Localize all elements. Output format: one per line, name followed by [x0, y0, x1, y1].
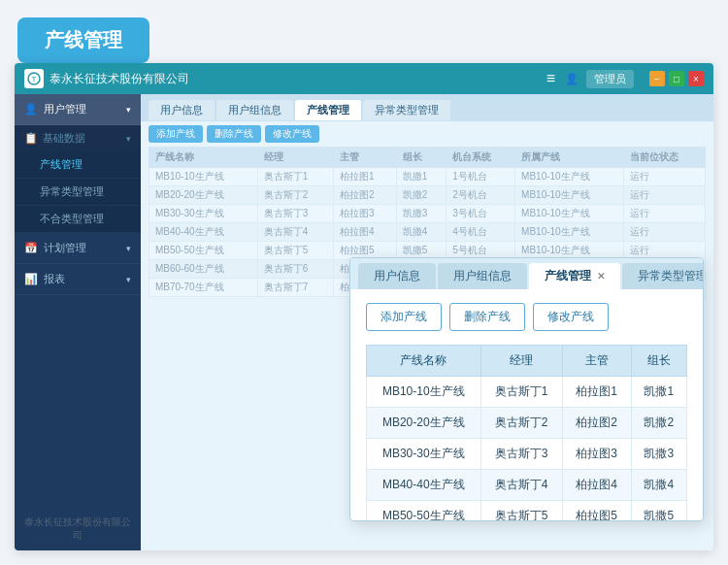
table-cell: MB20-20生产线: [367, 408, 481, 439]
table-cell: 柏拉图1: [333, 168, 396, 186]
sidebar-label-user-management: 用户管理: [44, 102, 86, 116]
svg-text:T: T: [32, 75, 37, 83]
add-line-button[interactable]: 添加产线: [366, 303, 442, 331]
modal-tab-user-info[interactable]: 用户信息: [358, 263, 436, 289]
col-manager: 经理: [480, 346, 562, 377]
table-cell: 柏拉图1: [562, 377, 631, 408]
table-cell: 奥古斯丁5: [480, 501, 562, 521]
page-title: 产线管理: [17, 17, 149, 63]
minimize-button[interactable]: −: [649, 71, 665, 86]
tab-user-info[interactable]: 用户信息: [149, 100, 215, 120]
user-icon: 👤: [24, 103, 38, 116]
table-cell: 3号机台: [447, 205, 515, 223]
table-cell: MB20-20生产线: [149, 186, 258, 205]
table-cell: 凯撒1: [396, 168, 447, 186]
table-cell: 奥古斯丁2: [480, 408, 562, 439]
table-row[interactable]: MB10-10生产线奥古斯丁1柏拉图1凯撒11号机台MB10-10生产线运行: [149, 168, 706, 186]
content-area: 👤 用户管理 📋 基础数据 ▾ 产线管理 异常类型管理 不合类型管理 📅 计划管…: [15, 94, 713, 550]
table-cell: 凯撒2: [631, 408, 687, 439]
delete-line-button[interactable]: 删除产线: [449, 303, 525, 331]
table-cell: 奥古斯丁4: [257, 223, 333, 242]
table-row[interactable]: MB50-50生产线奥古斯丁5柏拉图5凯撒5: [367, 501, 687, 521]
sidebar-item-user-management[interactable]: 👤 用户管理: [15, 94, 141, 125]
table-cell: 奥古斯丁1: [257, 168, 333, 186]
collapse-icon: ▾: [126, 134, 131, 144]
table-row[interactable]: MB20-20生产线奥古斯丁2柏拉图2凯撒22号机台MB10-10生产线运行: [149, 186, 706, 205]
sidebar-footer: 泰永长征技术股份有限公司: [15, 508, 141, 550]
table-cell: MB50-50生产线: [367, 501, 481, 521]
sidebar-label-basic-data: 基础数据: [43, 131, 85, 146]
sidebar-item-exception-type[interactable]: 异常类型管理: [15, 179, 141, 206]
sidebar-item-plan-management[interactable]: 📅 计划管理: [15, 233, 141, 264]
sidebar-section-basic-data[interactable]: 📋 基础数据 ▾: [15, 125, 141, 151]
table-cell: MB70-70生产线: [149, 279, 258, 297]
bg-col-status: 当前位状态: [623, 148, 705, 168]
modal-tab-exception-type[interactable]: 异常类型管理: [622, 263, 704, 289]
admin-label[interactable]: 管理员: [586, 70, 634, 88]
table-cell: 运行: [623, 186, 705, 205]
table-row[interactable]: MB30-30生产线奥古斯丁3柏拉图3凯撒3: [367, 439, 687, 470]
table-row[interactable]: MB40-40生产线奥古斯丁4柏拉图4凯撒4: [367, 470, 687, 501]
table-cell: 凯撒3: [631, 439, 687, 470]
table-cell: MB10-10生产线: [367, 377, 481, 408]
maximize-button[interactable]: □: [669, 71, 684, 86]
bg-delete-line-button[interactable]: 删除产线: [207, 125, 261, 143]
table-cell: MB10-10生产线: [515, 223, 624, 242]
table-row[interactable]: MB20-20生产线奥古斯丁2柏拉图2凯撒2: [367, 408, 687, 439]
table-cell: 柏拉图5: [562, 501, 631, 521]
bg-col-manager: 经理: [257, 148, 333, 168]
bg-add-line-button[interactable]: 添加产线: [149, 125, 203, 143]
company-logo: T: [24, 69, 44, 88]
table-row[interactable]: MB30-30生产线奥古斯丁3柏拉图3凯撒33号机台MB10-10生产线运行: [149, 205, 706, 223]
modal-content: 添加产线 删除产线 修改产线 产线名称 经理 主管 组长: [350, 289, 703, 520]
table-cell: MB10-10生产线: [515, 186, 624, 205]
table-cell: 柏拉图2: [333, 186, 396, 205]
modal-tab-user-group-info[interactable]: 用户组信息: [438, 263, 527, 289]
col-line-name: 产线名称: [367, 346, 481, 377]
app-window: T 泰永长征技术股份有限公司 ≡ 👤 管理员 − □ × 👤 用户管理 📋 基础…: [15, 63, 713, 550]
report-icon: 📊: [24, 273, 38, 286]
close-button[interactable]: ×: [688, 71, 704, 86]
table-cell: 奥古斯丁6: [257, 260, 333, 279]
table-cell: 奥古斯丁3: [257, 205, 333, 223]
table-cell: 凯撒1: [631, 377, 687, 408]
modal-tab-production-line[interactable]: 产线管理 ✕: [529, 263, 620, 289]
tab-user-group-info[interactable]: 用户组信息: [216, 100, 293, 120]
modal-tab-close-icon[interactable]: ✕: [597, 271, 605, 282]
page-title-area: 产线管理: [17, 17, 149, 63]
table-cell: 奥古斯丁4: [480, 470, 562, 501]
table-cell: MB30-30生产线: [149, 205, 258, 223]
title-bar-right: 👤 管理员 − □ ×: [565, 70, 704, 88]
table-cell: 运行: [623, 168, 705, 186]
table-cell: 凯撒4: [396, 223, 447, 242]
table-cell: 柏拉图3: [333, 205, 396, 223]
table-cell: MB60-60生产线: [149, 260, 258, 279]
hamburger-icon[interactable]: ≡: [546, 70, 555, 87]
admin-icon: 👤: [565, 73, 579, 85]
bg-action-buttons: 添加产线 删除产线 修改产线: [149, 125, 706, 143]
edit-line-button[interactable]: 修改产线: [533, 303, 609, 331]
table-cell: 凯撒4: [631, 470, 687, 501]
tab-production-line[interactable]: 产线管理: [295, 100, 361, 120]
table-cell: 1号机台: [447, 168, 515, 186]
window-controls: − □ ×: [649, 71, 704, 86]
table-cell: MB40-40生产线: [149, 223, 258, 242]
table-cell: 凯撒3: [396, 205, 447, 223]
table-cell: 运行: [623, 205, 705, 223]
table-cell: MB10-10生产线: [149, 168, 258, 186]
sidebar-item-nonconformance-type[interactable]: 不合类型管理: [15, 206, 141, 233]
table-cell: 柏拉图4: [333, 223, 396, 242]
table-cell: 凯撒2: [396, 186, 447, 205]
table-cell: 奥古斯丁2: [257, 186, 333, 205]
bg-col-line: 所属产线: [515, 148, 624, 168]
modal-tab-bar: 用户信息 用户组信息 产线管理 ✕ 异常类型管理: [350, 258, 703, 289]
bg-edit-line-button[interactable]: 修改产线: [265, 125, 319, 143]
table-cell: 柏拉图4: [562, 470, 631, 501]
sidebar-item-production-line[interactable]: 产线管理: [15, 151, 141, 179]
sidebar-item-report[interactable]: 📊 报表: [15, 264, 141, 295]
sidebar-label-plan: 计划管理: [44, 241, 86, 255]
table-row[interactable]: MB40-40生产线奥古斯丁4柏拉图4凯撒44号机台MB10-10生产线运行: [149, 223, 706, 242]
table-row[interactable]: MB10-10生产线奥古斯丁1柏拉图1凯撒1: [367, 377, 687, 408]
col-leader: 组长: [631, 346, 687, 377]
tab-exception-type-management[interactable]: 异常类型管理: [363, 100, 450, 120]
